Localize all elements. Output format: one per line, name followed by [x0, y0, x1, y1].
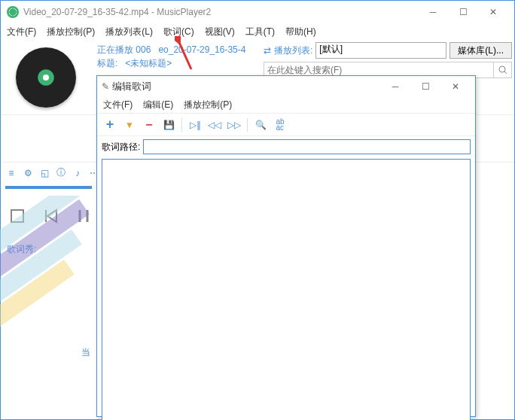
- svg-point-1: [499, 66, 505, 72]
- maximize-button[interactable]: ☐: [448, 2, 478, 23]
- menu-playlist[interactable]: 播放列表(L): [105, 26, 153, 38]
- playlist-select[interactable]: [默认]: [315, 42, 446, 59]
- settings-icon[interactable]: ⚙: [20, 166, 35, 181]
- library-button[interactable]: 媒体库(L)...: [449, 42, 512, 59]
- minimize-button[interactable]: ─: [418, 2, 448, 23]
- sub-menu-file[interactable]: 文件(F): [103, 99, 133, 111]
- lyric-icon[interactable]: ♪: [70, 166, 85, 181]
- sub-menu-play-control[interactable]: 播放控制(P): [184, 99, 232, 111]
- menu-file[interactable]: 文件(F): [7, 26, 36, 38]
- lyric-editor-textarea[interactable]: [102, 159, 471, 420]
- menu-view[interactable]: 视图(V): [205, 26, 235, 38]
- playlist-toggle-icon[interactable]: ⇄: [264, 45, 271, 56]
- sub-window-title: 编辑歌词: [112, 80, 380, 93]
- lyric-path-input[interactable]: [143, 139, 471, 154]
- sub-maximize-button[interactable]: ☐: [410, 76, 440, 97]
- delete-tag-icon[interactable]: −: [141, 117, 157, 133]
- background-decoration: [0, 196, 94, 361]
- now-playing-title-value: <未知标题>: [125, 58, 172, 68]
- search-button[interactable]: [494, 62, 512, 78]
- lyric-path-label: 歌词路径:: [102, 141, 140, 154]
- window-title: Video_20-07-29_16-35-42.mp4 - MusicPlaye…: [23, 7, 418, 17]
- main-menubar: 文件(F) 播放控制(P) 播放列表(L) 歌词(C) 视图(V) 工具(T) …: [1, 23, 514, 40]
- close-button[interactable]: ✕: [478, 2, 508, 23]
- sub-minimize-button[interactable]: ─: [380, 76, 410, 97]
- mini-mode-icon[interactable]: ◱: [37, 166, 52, 181]
- sub-menu-edit[interactable]: 编辑(E): [143, 99, 173, 111]
- replace-tag-icon[interactable]: ▼: [121, 117, 138, 133]
- right-panel: ⇄ 播放列表: [默认] 媒体库(L)...: [264, 42, 512, 78]
- add-tag-icon[interactable]: +: [102, 117, 118, 133]
- svg-line-2: [504, 72, 507, 74]
- menu-play-control[interactable]: 播放控制(P): [47, 26, 95, 38]
- lyrics-editor-window: ✎ 编辑歌词 ─ ☐ ✕ 文件(F) 编辑(E) 播放控制(P) + ▼ − 💾…: [96, 75, 476, 417]
- progress-bar[interactable]: [5, 186, 92, 189]
- info-icon[interactable]: ⓘ: [53, 166, 69, 181]
- pen-icon: ✎: [102, 81, 109, 92]
- sub-menubar: 文件(F) 编辑(E) 播放控制(P): [97, 97, 475, 114]
- find-icon[interactable]: 🔍: [252, 117, 269, 133]
- sub-close-button[interactable]: ✕: [440, 76, 471, 97]
- lyric-fragment: 当: [81, 346, 90, 359]
- now-playing-index: 正在播放 006: [97, 44, 151, 55]
- now-playing-filename: eo_20-07-29_16-35-4: [158, 44, 245, 55]
- titlebar[interactable]: Video_20-07-29_16-35-42.mp4 - MusicPlaye…: [1, 1, 514, 23]
- menu-tools[interactable]: 工具(T): [245, 26, 275, 38]
- forward-icon[interactable]: ▷▷: [226, 117, 242, 133]
- sub-titlebar[interactable]: ✎ 编辑歌词 ─ ☐ ✕: [97, 76, 475, 97]
- app-icon: [7, 6, 19, 18]
- rewind-icon[interactable]: ◁◁: [206, 117, 223, 133]
- disc-icon: [16, 47, 76, 108]
- album-art: [1, 40, 91, 114]
- list-icon[interactable]: ≡: [4, 166, 19, 181]
- search-icon: [498, 65, 507, 75]
- save-icon[interactable]: 💾: [160, 117, 177, 133]
- replace-text-icon[interactable]: abac: [272, 117, 288, 133]
- play-pause-icon[interactable]: ▷‖: [187, 117, 203, 133]
- playlist-label[interactable]: 播放列表:: [274, 44, 312, 57]
- menu-help[interactable]: 帮助(H): [285, 26, 316, 38]
- menu-lyrics[interactable]: 歌词(C): [163, 26, 194, 38]
- sub-toolbar: + ▼ − 💾 ▷‖ ◁◁ ▷▷ 🔍 abac: [97, 114, 475, 136]
- now-playing-title-label: 标题:: [97, 58, 117, 68]
